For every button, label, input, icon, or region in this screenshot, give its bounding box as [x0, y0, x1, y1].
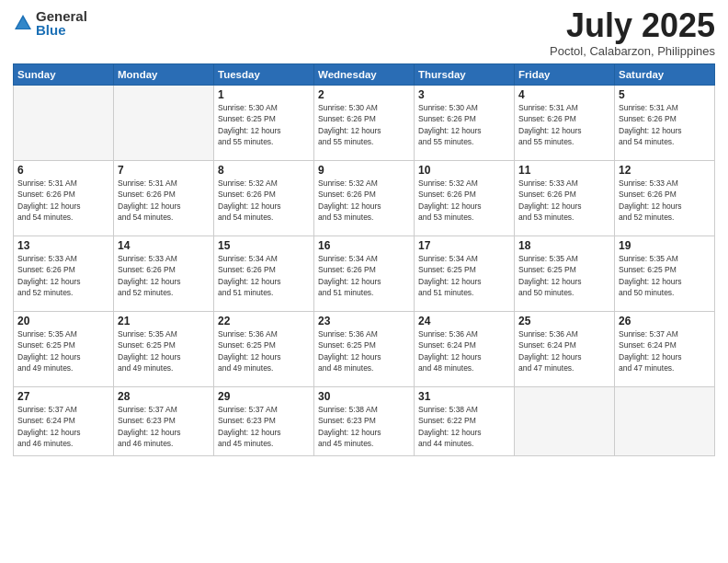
day-number: 28 — [118, 390, 210, 403]
day-number: 7 — [118, 164, 210, 177]
day-cell: 7Sunrise: 5:31 AMSunset: 6:26 PMDaylight… — [114, 161, 214, 236]
day-number: 29 — [218, 390, 310, 403]
day-info: Sunrise: 5:31 AMSunset: 6:26 PMDaylight:… — [619, 102, 711, 147]
week-row-5: 27Sunrise: 5:37 AMSunset: 6:24 PMDayligh… — [14, 387, 715, 456]
day-number: 31 — [418, 390, 510, 403]
week-row-2: 6Sunrise: 5:31 AMSunset: 6:26 PMDaylight… — [14, 161, 715, 236]
day-number: 2 — [318, 88, 410, 101]
day-cell: 26Sunrise: 5:37 AMSunset: 6:24 PMDayligh… — [615, 312, 715, 387]
day-info: Sunrise: 5:35 AMSunset: 6:25 PMDaylight:… — [518, 253, 610, 298]
logo-blue: Blue — [36, 23, 87, 37]
day-cell: 29Sunrise: 5:37 AMSunset: 6:23 PMDayligh… — [214, 387, 314, 456]
day-cell: 12Sunrise: 5:33 AMSunset: 6:26 PMDayligh… — [615, 161, 715, 236]
day-info: Sunrise: 5:34 AMSunset: 6:26 PMDaylight:… — [218, 253, 310, 298]
day-info: Sunrise: 5:35 AMSunset: 6:25 PMDaylight:… — [118, 328, 210, 373]
title-block: July 2025 Poctol, Calabarzon, Philippine… — [550, 9, 715, 58]
day-number: 19 — [619, 239, 711, 252]
day-number: 20 — [17, 315, 109, 327]
day-cell: 14Sunrise: 5:33 AMSunset: 6:26 PMDayligh… — [114, 236, 214, 312]
day-number: 26 — [619, 315, 711, 327]
day-cell: 20Sunrise: 5:35 AMSunset: 6:25 PMDayligh… — [14, 312, 114, 387]
day-number: 16 — [318, 239, 410, 252]
day-cell — [114, 86, 214, 161]
title-month: July 2025 — [550, 9, 715, 42]
day-cell: 19Sunrise: 5:35 AMSunset: 6:25 PMDayligh… — [615, 236, 715, 312]
day-info: Sunrise: 5:31 AMSunset: 6:26 PMDaylight:… — [518, 102, 610, 147]
day-number: 13 — [17, 239, 109, 252]
calendar: SundayMondayTuesdayWednesdayThursdayFrid… — [13, 63, 715, 456]
col-header-friday: Friday — [515, 64, 615, 86]
day-cell: 31Sunrise: 5:38 AMSunset: 6:22 PMDayligh… — [415, 387, 515, 456]
page: General Blue July 2025 Poctol, Calabarzo… — [0, 0, 728, 563]
day-number: 6 — [17, 164, 109, 177]
day-cell: 4Sunrise: 5:31 AMSunset: 6:26 PMDaylight… — [515, 86, 615, 161]
day-info: Sunrise: 5:36 AMSunset: 6:25 PMDaylight:… — [318, 328, 410, 373]
day-info: Sunrise: 5:35 AMSunset: 6:25 PMDaylight:… — [17, 328, 109, 373]
day-number: 27 — [17, 390, 109, 403]
logo: General Blue — [13, 9, 87, 37]
day-cell — [515, 387, 615, 456]
day-cell — [14, 86, 114, 161]
logo-icon — [13, 13, 33, 33]
day-cell: 1Sunrise: 5:30 AMSunset: 6:25 PMDaylight… — [214, 86, 314, 161]
logo-text: General Blue — [36, 9, 87, 37]
day-info: Sunrise: 5:33 AMSunset: 6:26 PMDaylight:… — [518, 178, 610, 223]
day-number: 30 — [318, 390, 410, 403]
day-cell: 13Sunrise: 5:33 AMSunset: 6:26 PMDayligh… — [14, 236, 114, 312]
day-info: Sunrise: 5:36 AMSunset: 6:25 PMDaylight:… — [218, 328, 310, 373]
day-number: 10 — [418, 164, 510, 177]
day-info: Sunrise: 5:36 AMSunset: 6:24 PMDaylight:… — [518, 328, 610, 373]
week-row-4: 20Sunrise: 5:35 AMSunset: 6:25 PMDayligh… — [14, 312, 715, 387]
day-info: Sunrise: 5:33 AMSunset: 6:26 PMDaylight:… — [118, 253, 210, 298]
day-number: 5 — [619, 88, 711, 101]
day-info: Sunrise: 5:38 AMSunset: 6:23 PMDaylight:… — [318, 404, 410, 449]
day-info: Sunrise: 5:32 AMSunset: 6:26 PMDaylight:… — [318, 178, 410, 223]
day-cell: 22Sunrise: 5:36 AMSunset: 6:25 PMDayligh… — [214, 312, 314, 387]
day-cell: 17Sunrise: 5:34 AMSunset: 6:25 PMDayligh… — [415, 236, 515, 312]
day-cell: 9Sunrise: 5:32 AMSunset: 6:26 PMDaylight… — [314, 161, 415, 236]
day-cell: 28Sunrise: 5:37 AMSunset: 6:23 PMDayligh… — [114, 387, 214, 456]
day-number: 11 — [518, 164, 610, 177]
logo-general: General — [36, 9, 87, 23]
col-header-wednesday: Wednesday — [314, 64, 415, 86]
col-header-monday: Monday — [114, 64, 214, 86]
day-info: Sunrise: 5:37 AMSunset: 6:24 PMDaylight:… — [619, 328, 711, 373]
col-header-sunday: Sunday — [14, 64, 114, 86]
day-number: 15 — [218, 239, 310, 252]
day-number: 23 — [318, 315, 410, 327]
day-info: Sunrise: 5:37 AMSunset: 6:24 PMDaylight:… — [17, 404, 109, 449]
day-cell: 3Sunrise: 5:30 AMSunset: 6:26 PMDaylight… — [415, 86, 515, 161]
day-cell: 2Sunrise: 5:30 AMSunset: 6:26 PMDaylight… — [314, 86, 415, 161]
day-number: 9 — [318, 164, 410, 177]
day-cell: 11Sunrise: 5:33 AMSunset: 6:26 PMDayligh… — [515, 161, 615, 236]
day-info: Sunrise: 5:31 AMSunset: 6:26 PMDaylight:… — [17, 178, 109, 223]
day-cell: 25Sunrise: 5:36 AMSunset: 6:24 PMDayligh… — [515, 312, 615, 387]
day-number: 3 — [418, 88, 510, 101]
day-cell: 24Sunrise: 5:36 AMSunset: 6:24 PMDayligh… — [415, 312, 515, 387]
day-info: Sunrise: 5:33 AMSunset: 6:26 PMDaylight:… — [619, 178, 711, 223]
day-cell: 18Sunrise: 5:35 AMSunset: 6:25 PMDayligh… — [515, 236, 615, 312]
day-cell — [615, 387, 715, 456]
col-header-saturday: Saturday — [615, 64, 715, 86]
day-info: Sunrise: 5:30 AMSunset: 6:26 PMDaylight:… — [318, 102, 410, 147]
day-cell: 8Sunrise: 5:32 AMSunset: 6:26 PMDaylight… — [214, 161, 314, 236]
day-cell: 23Sunrise: 5:36 AMSunset: 6:25 PMDayligh… — [314, 312, 415, 387]
col-header-tuesday: Tuesday — [214, 64, 314, 86]
day-cell: 30Sunrise: 5:38 AMSunset: 6:23 PMDayligh… — [314, 387, 415, 456]
day-number: 1 — [218, 88, 310, 101]
day-info: Sunrise: 5:36 AMSunset: 6:24 PMDaylight:… — [418, 328, 510, 373]
day-info: Sunrise: 5:37 AMSunset: 6:23 PMDaylight:… — [118, 404, 210, 449]
day-info: Sunrise: 5:35 AMSunset: 6:25 PMDaylight:… — [619, 253, 711, 298]
day-number: 14 — [118, 239, 210, 252]
day-number: 18 — [518, 239, 610, 252]
day-number: 12 — [619, 164, 711, 177]
day-number: 22 — [218, 315, 310, 327]
day-info: Sunrise: 5:37 AMSunset: 6:23 PMDaylight:… — [218, 404, 310, 449]
day-info: Sunrise: 5:32 AMSunset: 6:26 PMDaylight:… — [418, 178, 510, 223]
day-cell: 15Sunrise: 5:34 AMSunset: 6:26 PMDayligh… — [214, 236, 314, 312]
day-info: Sunrise: 5:30 AMSunset: 6:26 PMDaylight:… — [418, 102, 510, 147]
day-number: 17 — [418, 239, 510, 252]
day-cell: 6Sunrise: 5:31 AMSunset: 6:26 PMDaylight… — [14, 161, 114, 236]
day-cell: 21Sunrise: 5:35 AMSunset: 6:25 PMDayligh… — [114, 312, 214, 387]
header: General Blue July 2025 Poctol, Calabarzo… — [13, 9, 715, 58]
